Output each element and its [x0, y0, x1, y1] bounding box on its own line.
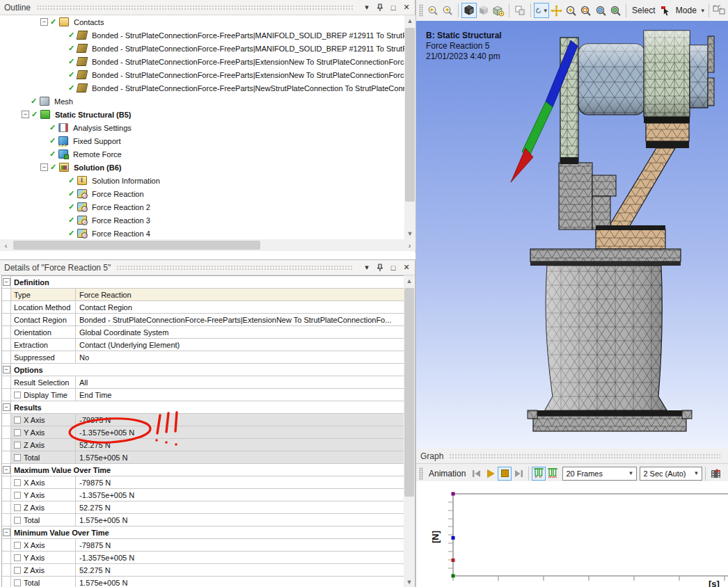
scrollbar-thumb[interactable] [13, 241, 260, 250]
tree-item-static-structural-b5-[interactable]: −✓Static Structural (B5) [0, 108, 404, 121]
duration-dropdown[interactable]: 2 Sec (Auto) ▼ [640, 467, 702, 481]
tree-item-solution-information[interactable]: ✓Solution Information [0, 174, 404, 187]
collapse-icon[interactable]: − [3, 278, 10, 286]
tree-item-bonded-strutplateconnectionforce-freepar[interactable]: ✓Bonded - StrutPlateConnectionForce-Free… [0, 68, 404, 81]
reaction-chart[interactable]: [N] [s] [416, 481, 728, 587]
tree-item-bonded-strutplateconnectionforce-freepar[interactable]: ✓Bonded - StrutPlateConnectionForce-Free… [0, 55, 404, 68]
property-value[interactable]: -1.3575e+005 N [76, 426, 404, 438]
outline-horizontal-scrollbar[interactable]: ‹ › [0, 239, 416, 251]
tree-item-bonded-strutplateconnectionforce-freepar[interactable]: ✓Bonded - StrutPlateConnectionForce-Free… [0, 29, 404, 42]
chevron-down-icon[interactable]: ▼ [700, 8, 706, 14]
tree-item-mesh[interactable]: ✓Mesh [0, 95, 404, 108]
outline-vertical-scrollbar[interactable]: ▲ ▼ [404, 15, 416, 239]
zoom-fit-icon[interactable] [594, 3, 608, 18]
property-value[interactable]: 52.275 N [76, 564, 404, 576]
details-section-results[interactable]: −Results [2, 401, 404, 414]
tree-item-label[interactable]: Bonded - StrutPlateConnectionForce-FreeP… [90, 31, 404, 40]
dropdown-icon[interactable]: ▾ [361, 262, 372, 273]
select-label[interactable]: Select [632, 6, 655, 15]
go-to-start-icon[interactable] [470, 467, 484, 481]
details-section-minimum-value-over-time[interactable]: −Minimum Value Over Time [2, 526, 404, 539]
collapse-icon[interactable]: − [3, 366, 10, 373]
tree-item-label[interactable]: Force Reaction 2 [90, 203, 152, 211]
tree-item-force-reaction-4[interactable]: ✓Force Reaction 4 [0, 227, 404, 239]
checkbox[interactable] [14, 429, 21, 436]
play-icon[interactable] [484, 467, 498, 481]
chevron-down-icon[interactable]: ▼ [543, 8, 548, 14]
checkbox[interactable] [14, 454, 21, 461]
viewports-icon[interactable] [512, 3, 527, 18]
tree-item-label[interactable]: Solution (B6) [72, 163, 123, 172]
scrollbar-thumb[interactable] [405, 28, 415, 202]
tree-item-label[interactable]: Analysis Settings [71, 124, 134, 132]
property-value[interactable]: Bonded - StrutPlateConnectionForce-FreeP… [76, 314, 404, 325]
tree-item-analysis-settings[interactable]: ✓Analysis Settings [0, 121, 404, 134]
float-icon[interactable]: □ [388, 262, 399, 273]
time-decay-icon[interactable] [546, 467, 560, 481]
details-section-definition[interactable]: −Definition [2, 276, 404, 289]
checkbox[interactable] [14, 517, 21, 524]
graphics-viewport[interactable]: B: Static Structural Force Reaction 5 21… [416, 21, 728, 449]
scroll-down-icon[interactable]: ▼ [404, 228, 416, 239]
property-value[interactable]: -79875 N [76, 476, 404, 488]
tree-item-label[interactable]: Solution Information [90, 177, 162, 185]
details-section-options[interactable]: −Options [2, 364, 404, 376]
checkbox[interactable] [14, 392, 21, 399]
tree-item-force-reaction-2[interactable]: ✓Force Reaction 2 [0, 200, 404, 214]
scroll-left-icon[interactable]: ‹ [0, 241, 12, 250]
property-value[interactable]: -1.3575e+005 N [76, 489, 404, 501]
property-value[interactable]: 52.275 N [76, 439, 404, 451]
property-value[interactable]: -79875 N [76, 539, 404, 551]
property-value[interactable]: -1.3575e+005 N [76, 552, 404, 563]
tree-item-label[interactable]: Bonded - StrutPlateConnectionForce-FreeP… [90, 84, 404, 93]
box-zoom-icon[interactable] [578, 3, 593, 18]
checkbox[interactable] [14, 417, 21, 424]
show-mesh-icon[interactable] [491, 3, 506, 18]
collapse-icon[interactable]: − [3, 529, 10, 536]
tree-item-label[interactable]: Mesh [52, 97, 75, 106]
property-value[interactable]: Force Reaction [76, 289, 404, 300]
expander-icon[interactable]: − [22, 111, 29, 118]
stop-icon[interactable] [498, 467, 512, 481]
dropdown-icon[interactable]: ▾ [361, 2, 372, 13]
property-value[interactable]: No [76, 351, 404, 363]
result-sets-icon[interactable] [532, 467, 546, 481]
checkbox[interactable] [14, 479, 21, 486]
tree-item-remote-force[interactable]: ✓Remote Force [0, 147, 404, 161]
tree-item-label[interactable]: Remote Force [71, 150, 124, 159]
property-value[interactable]: 1.575e+005 N [76, 451, 404, 463]
shaded-exterior-edges-icon[interactable] [461, 3, 476, 18]
rotate-icon[interactable]: ▼ [534, 3, 549, 18]
go-to-end-icon[interactable] [512, 467, 525, 481]
property-value[interactable]: Contact Region [76, 301, 404, 313]
shaded-exterior-icon[interactable] [477, 3, 491, 18]
float-icon[interactable]: □ [388, 2, 399, 13]
checkbox[interactable] [14, 554, 21, 561]
tree-item-force-reaction[interactable]: ✓Force Reaction [0, 187, 404, 200]
collapse-icon[interactable]: − [3, 403, 10, 411]
details-vertical-scrollbar[interactable]: ▲ ▼ [404, 275, 415, 587]
zoom-icon[interactable] [564, 3, 578, 18]
expander-icon[interactable]: − [40, 18, 48, 26]
checkbox[interactable] [14, 579, 21, 586]
tree-item-label[interactable]: Static Structural (B5) [53, 111, 133, 119]
property-value[interactable]: End Time [76, 389, 404, 401]
previous-view-icon[interactable] [426, 3, 441, 18]
scroll-right-icon[interactable]: › [404, 241, 416, 250]
expander-icon[interactable]: − [40, 163, 48, 171]
pin-icon[interactable] [374, 2, 386, 13]
tree-item-label[interactable]: Fixed Support [71, 137, 122, 145]
tree-item-contacts[interactable]: −✓Contacts [0, 15, 404, 29]
property-value[interactable]: Global Coordinate System [76, 326, 404, 338]
property-value[interactable]: 1.575e+005 N [76, 577, 404, 587]
property-value[interactable]: -79875 N [76, 414, 404, 426]
property-value[interactable]: Contact (Underlying Element) [76, 339, 404, 351]
checkbox[interactable] [14, 504, 21, 511]
toolbar-drag-handle[interactable] [419, 4, 423, 17]
close-icon[interactable]: ✕ [401, 262, 412, 273]
pan-icon[interactable] [549, 3, 564, 18]
magnifier-window-icon[interactable] [608, 3, 623, 18]
tree-item-force-reaction-3[interactable]: ✓Force Reaction 3 [0, 214, 404, 227]
property-value[interactable]: 1.575e+005 N [76, 514, 404, 526]
scroll-down-icon[interactable]: ▼ [404, 577, 415, 587]
